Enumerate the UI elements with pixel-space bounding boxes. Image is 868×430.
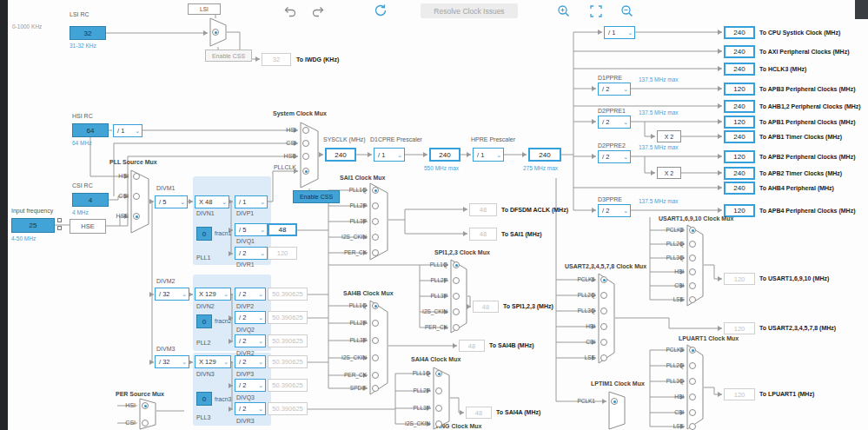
d2ppre2-select[interactable]: / 2: [598, 150, 631, 163]
lpuart1-mux-option-lse[interactable]: [689, 423, 696, 430]
zoom-in-icon[interactable]: [557, 4, 571, 18]
apb1-timer-value[interactable]: 240: [724, 130, 755, 143]
divm1-select[interactable]: / 5: [155, 195, 188, 208]
hpre-select[interactable]: / 1: [473, 148, 504, 162]
d1cpre-select[interactable]: / 1: [374, 148, 405, 162]
divn3-select[interactable]: X 129: [195, 355, 231, 368]
divp3-select[interactable]: / 2: [235, 355, 266, 368]
hpre-output-value[interactable]: 240: [528, 148, 561, 162]
sai4b-mux-option-pll1q[interactable]: [372, 302, 379, 309]
lpuart1-mux-option-csi[interactable]: [689, 409, 696, 416]
system-clock-mux-option-hse[interactable]: [302, 153, 309, 160]
sai1-mux-option-pll1q[interactable]: [372, 187, 379, 194]
usart16910-mux-option-pll2q[interactable]: [689, 241, 696, 248]
sai4a-mux-option-pll3p[interactable]: [435, 405, 442, 412]
spi123-mux-option-i2s-ckin[interactable]: [453, 308, 460, 315]
systick-divider-select[interactable]: / 1: [604, 26, 635, 39]
divn2-select[interactable]: X 129: [195, 288, 231, 301]
d1ppre-select[interactable]: / 2: [598, 83, 631, 96]
sai1-mux-option-per-ck[interactable]: [372, 249, 379, 256]
divr1-select[interactable]: / 2: [235, 247, 268, 260]
sai1-mux-option-i2s-ckin[interactable]: [372, 234, 379, 241]
usart234578-mux-option-pclk1[interactable]: [600, 276, 607, 283]
usart234578-mux-option-csi[interactable]: [600, 339, 607, 346]
per-source-mux-option-csi[interactable]: [142, 420, 149, 427]
usart16910-mux-option-hsi[interactable]: [689, 268, 696, 275]
usart16910-mux-option-csi[interactable]: [689, 282, 696, 289]
usart234578-mux-option-pll3q[interactable]: [600, 308, 607, 314]
lpuart1-mux-option-pll3q[interactable]: [689, 378, 696, 385]
divp1-select[interactable]: / 1: [235, 195, 268, 208]
sai4a-mux-option-pll2p[interactable]: [435, 387, 442, 394]
lsi-mux-option[interactable]: [212, 29, 219, 36]
usart234578-mux-option-pll2q[interactable]: [600, 292, 607, 299]
lsi-rc-value[interactable]: 32: [70, 26, 106, 40]
sai1-mux-option-pll3p[interactable]: [372, 218, 379, 225]
lpuart1-mux-option-pclk3[interactable]: [689, 347, 696, 354]
divr2-select[interactable]: / 2: [235, 334, 266, 347]
usart234578-mux-option-hsi[interactable]: [600, 323, 607, 330]
sai1-mux-option-pll2p[interactable]: [372, 202, 379, 209]
system-clock-mux-option-pllclk[interactable]: [302, 168, 309, 175]
spi123-mux-option-pll3p[interactable]: [453, 293, 460, 300]
refresh-icon[interactable]: [373, 3, 388, 18]
redo-icon[interactable]: [311, 4, 325, 18]
system-clock-mux-option-csi[interactable]: [302, 140, 309, 147]
sai4b-mux-option-spdif[interactable]: [372, 385, 379, 392]
apb2-timer-value[interactable]: 240: [724, 167, 755, 180]
usart234578-mux-option-lse[interactable]: [600, 354, 607, 361]
resolve-clock-issues-button[interactable]: Resolve Clock Issues: [421, 3, 518, 18]
lptim1-mux-option-pclk1[interactable]: [611, 398, 618, 405]
per-source-mux-option-hsi[interactable]: [142, 402, 149, 409]
divp2-select[interactable]: / 2: [235, 288, 266, 301]
zoom-out-icon[interactable]: [620, 4, 634, 18]
spi123-mux-option-pll1q[interactable]: [453, 261, 460, 268]
sai4b-mux-option-pll2p[interactable]: [372, 320, 379, 327]
sai4a-mux-option-pll1q[interactable]: [435, 370, 442, 377]
pll-source-mux-option-hsi[interactable]: [133, 173, 140, 180]
d1cpre-output-value[interactable]: 240: [429, 148, 461, 162]
usart16910-mux-option-pll3q[interactable]: [689, 255, 696, 261]
input-frequency-value[interactable]: 25: [11, 218, 55, 233]
usart16910-mux-option-lse[interactable]: [689, 296, 696, 303]
sai4b-mux-option-i2s-ckin[interactable]: [372, 354, 379, 361]
spi123-mux-option-per-ck[interactable]: [453, 324, 460, 331]
pll1q-output-value[interactable]: 48: [268, 223, 297, 236]
fit-view-icon[interactable]: [589, 4, 603, 18]
divq1-select[interactable]: / 5: [235, 223, 268, 236]
divm2-select[interactable]: / 32: [155, 288, 189, 301]
sysclk-value[interactable]: 240: [325, 148, 356, 162]
fracn1-value[interactable]: 0: [196, 227, 212, 241]
usart16910-mux-option-pclk2[interactable]: [689, 227, 696, 234]
pll-source-mux-option-hse[interactable]: [133, 213, 140, 220]
apb3-clock-value[interactable]: 120: [724, 83, 755, 96]
pll-source-mux-option-csi[interactable]: [133, 193, 140, 200]
hsi-divider-select[interactable]: / 1: [113, 124, 142, 137]
divm3-select[interactable]: / 32: [155, 355, 189, 368]
undo-icon[interactable]: [283, 4, 297, 18]
divn1-select[interactable]: X 48: [195, 195, 229, 208]
divr3-select[interactable]: / 2: [235, 402, 266, 415]
axi-clock-value[interactable]: 240: [724, 45, 755, 58]
cpu-systick-value[interactable]: 240: [724, 26, 755, 39]
divq3-select[interactable]: / 2: [235, 379, 266, 392]
hsi-rc-value[interactable]: 64: [72, 123, 109, 137]
apb1-clock-value[interactable]: 120: [724, 116, 755, 129]
lpuart1-mux-option-hsi[interactable]: [689, 394, 696, 400]
lpuart1-mux-option-pll2q[interactable]: [689, 362, 696, 369]
csi-rc-value[interactable]: 4: [72, 193, 109, 207]
system-clock-mux-option-hsi[interactable]: [302, 127, 309, 134]
sai4b-mux-option-pll3p[interactable]: [372, 337, 379, 344]
sai4a-mux-option-i2s-ckin[interactable]: [435, 420, 442, 427]
hclk3-value[interactable]: 240: [724, 63, 755, 76]
d2ppre1-select[interactable]: / 2: [598, 116, 631, 129]
divq2-select[interactable]: / 2: [235, 311, 266, 324]
fracn2-value[interactable]: 0: [196, 314, 212, 328]
ahb4-clock-value[interactable]: 240: [724, 182, 755, 195]
fracn3-value[interactable]: 0: [196, 392, 212, 406]
sai4b-mux-option-per-ck[interactable]: [372, 372, 379, 379]
iwdg-enable-css-button[interactable]: Enable CSS: [205, 50, 252, 62]
apb2-clock-value[interactable]: 120: [724, 150, 755, 163]
spi123-mux-option-pll2p[interactable]: [453, 277, 460, 284]
d3ppre-select[interactable]: / 2: [598, 204, 631, 217]
